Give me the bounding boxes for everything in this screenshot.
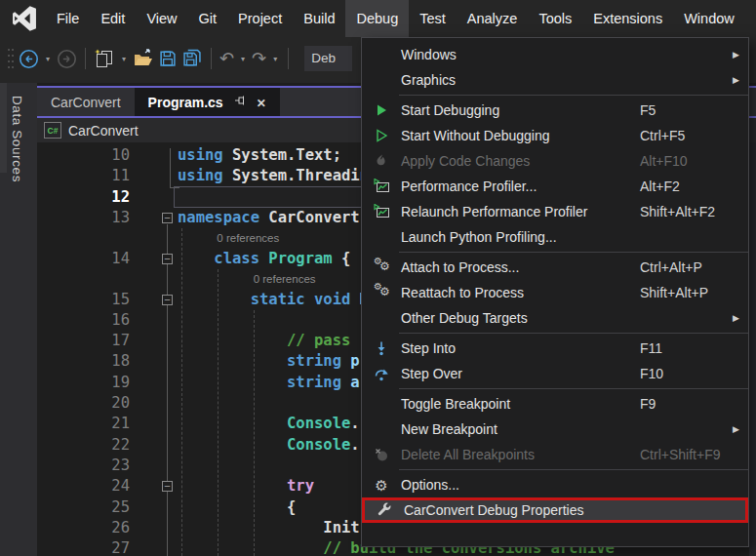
line-number: 19 <box>37 373 130 393</box>
line-number: 22 <box>37 435 130 456</box>
close-icon[interactable]: ✕ <box>257 95 266 110</box>
code-text: string p <box>178 351 360 372</box>
caret-down-icon[interactable]: ▾ <box>119 45 129 72</box>
save-icon[interactable] <box>158 45 178 72</box>
save-all-icon[interactable] <box>181 45 203 72</box>
menu-item-windows[interactable]: Windows▶ <box>362 42 748 67</box>
breadcrumb-project[interactable]: CarConvert <box>68 123 139 139</box>
menubar-item-project[interactable]: Project <box>227 0 293 37</box>
menu-item-options[interactable]: ⚙Options... <box>362 472 748 497</box>
menubar-item-extensions[interactable]: Extensions <box>582 0 673 37</box>
menu-item-label: Attach to Process... <box>401 259 519 275</box>
menubar-item-test[interactable]: Test <box>409 0 457 37</box>
fold-collapse-button[interactable]: – <box>162 213 173 223</box>
fold-collapse-button[interactable]: – <box>162 295 173 305</box>
line-number: 16 <box>37 310 130 331</box>
caret-down-icon[interactable]: ▾ <box>43 45 53 72</box>
menu-item-apply-code-changes[interactable]: Apply Code ChangesAlt+F10 <box>362 148 748 174</box>
menu-item-graphics[interactable]: Graphics▶ <box>362 67 748 93</box>
reattach-to-process-icon: ⚙⚙ <box>362 285 401 300</box>
fold-collapse-button[interactable]: – <box>162 481 173 492</box>
tab-label: Program.cs <box>148 95 223 110</box>
fold-collapse-button[interactable]: – <box>162 254 173 264</box>
menubar-item-tools[interactable]: Tools <box>528 0 582 37</box>
menu-item-toggle-breakpoint[interactable]: Toggle BreakpointF9 <box>362 391 748 417</box>
line-number: 27 <box>37 538 130 556</box>
tab-program-cs[interactable]: Program.cs✕ <box>135 88 280 116</box>
submenu-arrow-icon: ▶ <box>733 50 739 60</box>
menu-item-delete-all-breakpoints[interactable]: Delete All BreakpointsCtrl+Shift+F9 <box>362 442 748 467</box>
menu-item-attach-to-process[interactable]: ⚙⚙Attach to Process...Ctrl+Alt+P <box>362 255 748 280</box>
menu-item-reattach-to-process[interactable]: ⚙⚙Reattach to ProcessShift+Alt+P <box>362 280 748 305</box>
line-number: 10 <box>37 145 130 166</box>
line-number: 26 <box>37 518 130 538</box>
code-text: Console. <box>178 435 360 456</box>
menubar-item-git[interactable]: Git <box>188 0 228 37</box>
code-text: class Program { <box>178 249 350 269</box>
line-number: 17 <box>37 331 130 351</box>
undo-icon[interactable]: ↶ <box>219 45 234 72</box>
menu-item-label: Other Debug Targets <box>401 310 528 326</box>
menubar-item-analyze[interactable]: Analyze <box>457 0 529 37</box>
line-number: 15 <box>37 290 130 310</box>
data-sources-tab[interactable]: Data Sources <box>10 96 24 182</box>
line-number: 13 <box>37 208 130 228</box>
navigate-forward-icon[interactable] <box>57 45 77 72</box>
pin-icon[interactable] <box>233 94 247 110</box>
menu-item-label: Start Debugging <box>401 102 499 118</box>
redo-icon[interactable]: ↷ <box>252 45 266 72</box>
menu-item-new-breakpoint[interactable]: New Breakpoint▶ <box>362 417 748 442</box>
menu-item-start-without-debugging[interactable]: Start Without DebuggingCtrl+F5 <box>362 123 748 148</box>
menu-item-label: Windows <box>401 47 457 62</box>
new-project-icon[interactable] <box>94 45 115 72</box>
options-gear-icon: ⚙ <box>362 478 401 493</box>
collapsed-panel-edge <box>0 83 7 173</box>
menu-item-shortcut: F10 <box>640 366 663 381</box>
step-into-icon <box>362 340 401 356</box>
menu-item-step-over[interactable]: Step OverF10 <box>362 361 748 386</box>
menu-item-start-debugging[interactable]: Start DebuggingF5 <box>362 98 748 123</box>
menu-item-shortcut: F11 <box>640 340 662 356</box>
grip-handle-icon[interactable] <box>7 45 15 72</box>
menu-item-label: Step Over <box>401 366 462 381</box>
configuration-dropdown[interactable]: Deb <box>304 46 352 71</box>
submenu-arrow-icon: ▶ <box>733 313 739 323</box>
menubar-item-debug[interactable]: Debug <box>345 0 409 37</box>
menu-item-label: Performance Profiler... <box>401 179 537 194</box>
menu-item-performance-profiler[interactable]: Performance Profiler...Alt+F2 <box>362 174 748 199</box>
codelens-references[interactable]: 0 references <box>217 228 279 249</box>
menu-item-label: New Breakpoint <box>401 421 497 437</box>
step-over-icon <box>362 366 401 381</box>
menu-item-launch-python-profiling[interactable]: Launch Python Profiling... <box>362 224 748 250</box>
menubar-item-file[interactable]: File <box>46 0 90 37</box>
tab-label: CarConvert <box>51 95 121 110</box>
menubar-item-window[interactable]: Window <box>673 0 745 37</box>
attach-to-process-icon: ⚙⚙ <box>362 259 401 275</box>
code-text: // pass <box>178 331 350 351</box>
toolbar-separator <box>288 48 289 69</box>
menu-item-other-debug-targets[interactable]: Other Debug Targets▶ <box>362 305 748 331</box>
caret-down-icon[interactable]: ▾ <box>270 45 280 72</box>
caret-down-icon[interactable]: ▾ <box>238 45 248 72</box>
apply-code-changes-icon <box>362 153 401 169</box>
menu-item-shortcut: Shift+Alt+P <box>640 285 708 300</box>
menu-item-shortcut: Alt+F2 <box>640 179 680 194</box>
tab-carconvert[interactable]: CarConvert <box>37 88 135 116</box>
menu-item-carconvert-debug-properties[interactable]: CarConvert Debug Properties <box>362 497 748 523</box>
menu-item-step-into[interactable]: Step IntoF11 <box>362 336 748 361</box>
code-text: namespace CarConvert <box>178 208 360 228</box>
navigate-back-icon[interactable] <box>19 45 39 72</box>
menu-item-relaunch-performance-profiler[interactable]: Relaunch Performance ProfilerShift+Alt+F… <box>362 199 748 224</box>
menu-item-label: Options... <box>401 477 459 493</box>
line-number: 12 <box>37 187 130 208</box>
code-text: Console. <box>178 414 360 434</box>
line-number: 25 <box>37 497 130 518</box>
menubar-item-build[interactable]: Build <box>293 0 345 37</box>
csharp-file-icon: C# <box>44 122 61 139</box>
code-text: using System.Text; <box>178 145 341 166</box>
editor-scrollbar[interactable] <box>749 142 756 556</box>
open-file-icon[interactable] <box>133 45 154 72</box>
menubar-item-view[interactable]: View <box>136 0 187 37</box>
menubar-item-edit[interactable]: Edit <box>90 0 136 37</box>
codelens-references[interactable]: 0 references <box>254 269 316 290</box>
